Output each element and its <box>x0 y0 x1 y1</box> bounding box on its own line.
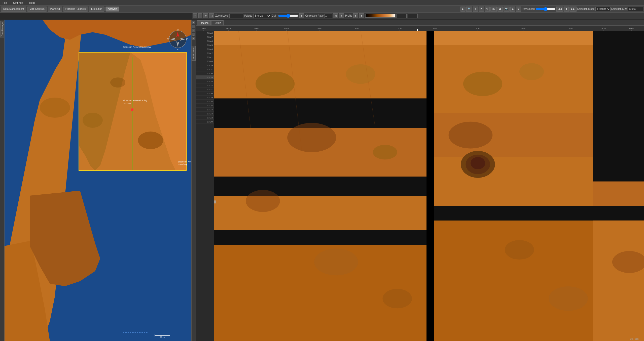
tab-timeline[interactable]: Timeline <box>197 20 211 25</box>
zoom-level-input[interactable]: 20.83% <box>229 14 243 18</box>
ss-tabs: Timeline Details <box>196 20 644 26</box>
tab-details[interactable]: Details <box>211 20 224 25</box>
tool-sonar[interactable]: ◕ <box>497 7 503 12</box>
divider-btn-reset[interactable]: ↻ <box>192 29 195 32</box>
tool-cursor[interactable]: ▶ <box>460 7 466 12</box>
tool-measure[interactable]: ✎ <box>485 7 490 12</box>
svg-text:10m: 10m <box>398 27 402 30</box>
menu-bar: File Settings Help <box>0 0 644 6</box>
svg-text:20 m: 20 m <box>160 336 165 338</box>
profile-btn2[interactable]: ▶ <box>359 13 364 18</box>
tab-data-management[interactable]: Data Management <box>1 7 26 12</box>
time-0344: 03:44 <box>196 47 214 51</box>
svg-point-74 <box>256 72 295 96</box>
profile-val1[interactable] <box>397 14 407 18</box>
time-0341: 03:41 <box>196 55 214 59</box>
ss-reset[interactable]: ↻ <box>203 13 208 18</box>
svg-text:30m: 30m <box>317 27 321 30</box>
tool-extra2[interactable]: ▶ <box>516 7 521 12</box>
time-0323: 03:23 <box>196 112 214 116</box>
svg-rect-90 <box>434 206 644 221</box>
tool-extra1[interactable]: ◆ <box>510 7 515 12</box>
svg-rect-68 <box>214 99 426 128</box>
play-next[interactable]: ▶▶ <box>569 7 577 12</box>
svg-point-93 <box>463 72 502 96</box>
profile-btn1[interactable]: ▶ <box>353 13 358 18</box>
gain-btn[interactable]: ▶ <box>299 13 304 18</box>
time-0335: 03:35 <box>196 75 214 79</box>
time-0329: 03:29 <box>196 96 214 100</box>
map-canvas: Sidescan Review/ boundary Sidescan Revie… <box>5 20 191 341</box>
sidebar-tab-data-manager[interactable]: Data Manager <box>0 21 4 37</box>
svg-rect-81 <box>426 31 434 341</box>
time-0348: 03:48 <box>196 31 214 35</box>
gain-label: Gain <box>272 14 277 17</box>
tool-camera[interactable]: 📷 <box>504 7 510 12</box>
sidescan-panel: Timeline Details 70m 60m 50m 40m 30m 20m… <box>196 20 644 341</box>
tool-3d[interactable]: 3D <box>490 7 497 12</box>
ss-zoom-in[interactable]: + <box>193 13 197 18</box>
tool-zoom[interactable]: 🔍 <box>466 7 472 12</box>
time-0342: 03:42 <box>196 51 214 55</box>
svg-rect-105 <box>214 200 216 203</box>
menu-file[interactable]: File <box>1 1 9 5</box>
play-speed-slider[interactable] <box>535 7 556 11</box>
svg-point-7 <box>83 113 103 128</box>
divider-btn-zoom-out[interactable]: - <box>192 25 195 28</box>
svg-text:50m: 50m <box>601 27 606 30</box>
svg-text:N: N <box>177 28 179 31</box>
tab-planning-legacy[interactable]: Planning (Legacy) <box>63 7 88 12</box>
sonar-image[interactable]: 20.83% <box>214 31 644 341</box>
svg-text:70m: 70m <box>201 27 206 30</box>
ss-zoom-out[interactable]: - <box>198 13 202 18</box>
profile-gradient <box>365 14 396 18</box>
zoom-level-label: Zoom Level <box>215 14 228 17</box>
play-prev[interactable]: ◀◀ <box>556 7 563 12</box>
svg-rect-70 <box>214 177 426 196</box>
menu-settings[interactable]: Settings <box>12 1 25 5</box>
tab-execution[interactable]: Execution <box>89 7 104 12</box>
divider-btn-pan[interactable]: ♰ <box>192 37 195 40</box>
correction-btn1[interactable]: ◀ <box>333 13 338 18</box>
svg-point-77 <box>373 145 397 159</box>
svg-text:50m: 50m <box>254 27 259 30</box>
svg-text:20m: 20m <box>355 27 359 30</box>
svg-text:60m: 60m <box>629 27 634 30</box>
divider-btn-zoom-in[interactable]: + <box>192 21 195 24</box>
ss-fit[interactable]: ◻ <box>209 13 214 18</box>
svg-point-80 <box>383 289 412 309</box>
tool-waypoint[interactable]: ⚑ <box>479 7 484 12</box>
selection-size-input[interactable] <box>628 7 643 11</box>
time-0332: 03:32 <box>196 83 214 88</box>
gain-slider[interactable] <box>278 14 298 18</box>
tab-map-controls[interactable]: Map Controls <box>27 7 47 12</box>
svg-point-100 <box>549 286 588 311</box>
tool-pan[interactable]: ♰ <box>473 7 478 12</box>
profile-val2[interactable] <box>408 14 418 18</box>
svg-text:10m: 10m <box>433 27 437 30</box>
svg-text:S: S <box>177 48 178 51</box>
time-0346: 03:46 <box>196 39 214 43</box>
correction-btn2[interactable]: ▶ <box>339 13 344 18</box>
svg-point-9 <box>110 77 125 88</box>
main-layout: Data Manager <box>0 20 644 341</box>
sidebar-tab-notifications[interactable]: Notifications <box>192 46 196 61</box>
menu-help[interactable]: Help <box>27 1 36 5</box>
palette-select[interactable]: Bronze <box>253 14 271 18</box>
tab-planning[interactable]: Planning <box>48 7 62 12</box>
selection-mode-select[interactable]: Freehand <box>595 7 611 11</box>
map-area[interactable]: Sidescan Review/ boundary Sidescan Revie… <box>5 20 191 341</box>
time-0325: 03:25 <box>196 104 214 108</box>
divider-btn-fit[interactable]: ◻ <box>192 33 195 36</box>
play-stop[interactable]: ▮ <box>564 7 569 12</box>
ruler-svg: 70m 60m 50m 40m 30m 20m 10m 10m 20m <box>196 26 644 31</box>
svg-rect-84 <box>593 31 644 113</box>
left-sidebar: Data Manager <box>0 20 5 341</box>
correction-input[interactable] <box>325 14 332 18</box>
tab-analysis[interactable]: Analysis <box>105 7 119 12</box>
sonar-svg: 20.83% <box>214 31 644 341</box>
svg-text:Sidescan Review/: Sidescan Review/ <box>178 160 191 163</box>
svg-point-75 <box>346 64 375 84</box>
svg-rect-72 <box>214 230 426 245</box>
svg-point-95 <box>449 122 493 149</box>
